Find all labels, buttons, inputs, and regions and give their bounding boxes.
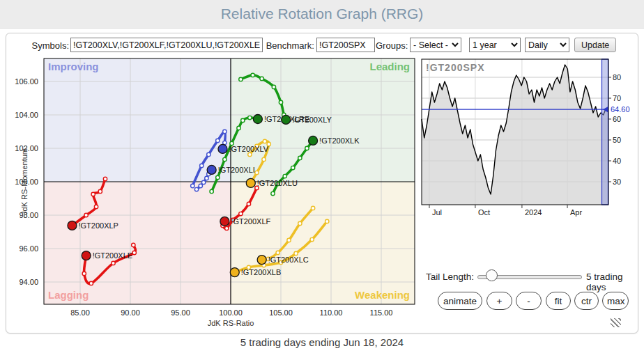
center-button[interactable]: ctr (574, 292, 599, 310)
zoom-out-button[interactable]: - (516, 292, 542, 310)
rrg-tail-dot (237, 126, 240, 130)
zoom-in-button[interactable]: + (486, 292, 512, 310)
benchmark-input[interactable] (316, 38, 375, 52)
rrg-tail-dot (201, 180, 205, 184)
app-header: Relative Rotation Graph (RRG) (0, 0, 644, 29)
rrg-tail-dot (84, 213, 88, 217)
rrg-tail-dot (247, 202, 250, 205)
rrg-tail-dot (103, 177, 107, 180)
rrg-tail-dot (262, 157, 266, 161)
rrg-tail-dot (82, 272, 86, 275)
rrg-tail-dot (305, 146, 309, 150)
rrg-tail-dot (94, 205, 98, 208)
price-y-tick: 80 (613, 73, 621, 81)
resize-grip-icon[interactable] (611, 318, 621, 327)
period-select[interactable]: 1 year (469, 38, 521, 52)
rrg-tail-dot (210, 189, 213, 193)
frequency-select[interactable]: Daily (525, 38, 569, 52)
rrg-symbol-marker[interactable] (253, 115, 262, 124)
rrg-tail-dot (191, 184, 194, 187)
rrg-symbol-marker[interactable] (207, 165, 216, 174)
price-x-tick: Jul (432, 208, 442, 217)
rrg-tail-dot (112, 261, 115, 265)
rrg-tail-dot (89, 281, 93, 285)
rrg-tail-dot (311, 206, 314, 210)
rrg-tail-dot (223, 157, 227, 161)
price-x-tick: Oct (478, 208, 490, 217)
rrg-symbol-marker[interactable] (257, 256, 266, 265)
max-button[interactable]: max (602, 292, 629, 310)
rrg-symbol-marker[interactable] (282, 115, 291, 124)
rrg-x-tick: 90.00 (121, 308, 140, 317)
rrg-symbol-label: !GT200XLU (257, 179, 298, 187)
rrg-x-tick: 95.00 (171, 308, 190, 317)
animate-button[interactable]: animate (438, 292, 482, 310)
rrg-tail-dot (272, 85, 275, 88)
rrg-x-tick: 105.00 (269, 308, 293, 317)
rrg-y-axis-title: JdK RS-Momentum (20, 148, 29, 215)
rrg-tail-dot (216, 175, 220, 179)
rrg-tail-dot (223, 130, 227, 133)
rrg-symbol-label: !GT200XLC (268, 256, 309, 264)
rrg-tail-dot (283, 174, 286, 178)
rrg-symbol-label: !GT200XLK (319, 136, 360, 145)
rrg-x-tick: 115.00 (370, 308, 393, 317)
rrg-tail-dot (241, 118, 245, 122)
quadrant-label: Lagging (48, 289, 89, 301)
rrg-x-axis-title: JdK RS-Ratio (208, 319, 254, 327)
rrg-symbol-marker[interactable] (218, 144, 227, 153)
price-y-tick: 30 (613, 178, 621, 186)
price-y-tick: 50 (613, 136, 621, 144)
rrg-tail-dot (239, 212, 243, 215)
benchmark-price-chart: 30405060708064.60JulOct2024Apr!GT200SPX (416, 54, 638, 221)
rrg-tail-dot (251, 73, 254, 77)
symbols-label: Symbols: (27, 40, 69, 51)
price-x-tick: 2024 (525, 208, 542, 217)
symbols-input[interactable] (70, 38, 263, 52)
rrg-tail-dot (279, 100, 282, 104)
rrg-symbol-label: !GT200XLF (231, 217, 270, 226)
rrg-symbol-marker[interactable] (309, 136, 318, 145)
price-y-tick: 60 (613, 115, 621, 123)
tail-length-label: Tail Length: (426, 272, 474, 282)
benchmark-label: Benchmark: (266, 40, 314, 51)
price-y-tick: 40 (613, 157, 621, 165)
rrg-tail-dot (194, 187, 198, 191)
rrg-tail-dot (216, 139, 220, 142)
tail-length-slider-knob[interactable] (486, 269, 498, 281)
rrg-y-tick: 104.00 (15, 111, 38, 119)
rrg-tail-dot (248, 116, 252, 119)
rrg-x-tick: 85.00 (70, 308, 90, 317)
rrg-tail-dot (239, 77, 243, 81)
rrg-tail-dot (298, 156, 302, 159)
rrg-y-tick: 96.00 (19, 244, 38, 253)
rrg-tail-dot (132, 251, 136, 254)
fit-button[interactable]: fit (546, 292, 571, 310)
rrg-symbol-label: !GT200XLB (241, 268, 281, 276)
rrg-symbol-label: !GT200XLE (93, 251, 132, 260)
rrg-symbol-marker[interactable] (220, 217, 229, 226)
tail-length-value: 5 trading days (586, 272, 638, 292)
rrg-symbol-marker[interactable] (246, 178, 255, 187)
rrg-tail-dot (325, 219, 329, 223)
rrg-tail-dot (298, 221, 302, 225)
quadrant-label: Leading (369, 61, 410, 72)
rrg-symbol-marker[interactable] (68, 221, 77, 230)
quadrant-label: Weakening (355, 289, 410, 301)
rrg-tail-dot (132, 243, 135, 246)
price-chart-title: !GT200SPX (426, 62, 484, 73)
rrg-symbol-label: !GT200XLV (229, 145, 268, 153)
footer-caption: 5 trading days ending Jun 18, 2024 (0, 336, 644, 348)
rrg-symbol-marker[interactable] (82, 251, 91, 260)
rrg-tail-dot (291, 166, 295, 169)
rrg-tail-dot (200, 164, 204, 167)
rrg-tail-dot (260, 77, 263, 80)
price-x-tick: Apr (570, 208, 582, 217)
rrg-tail-dot (248, 152, 252, 156)
groups-select[interactable]: - Select - (410, 38, 461, 52)
rrg-tail-dot (310, 237, 314, 241)
update-button[interactable]: Update (574, 38, 616, 52)
rrg-tail-dot (287, 238, 291, 242)
rrg-symbol-marker[interactable] (230, 268, 239, 277)
rrg-tail-dot (294, 251, 298, 255)
